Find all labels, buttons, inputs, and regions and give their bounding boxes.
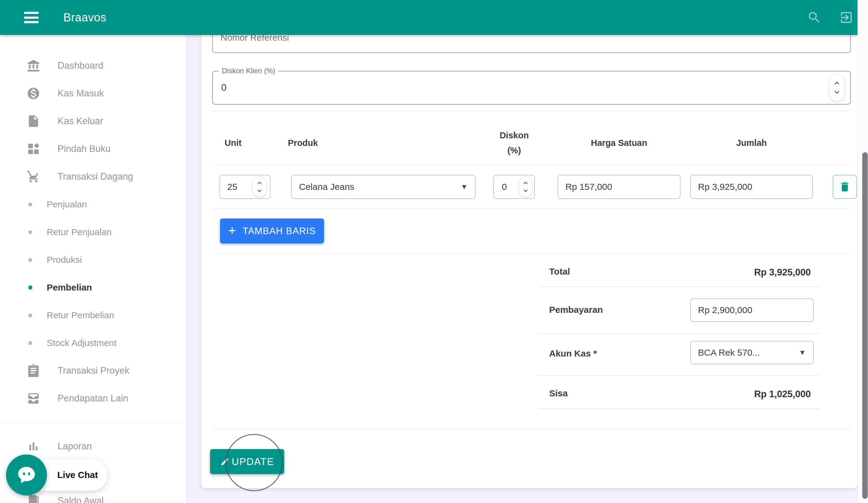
- scrollbar-thumb[interactable]: [862, 152, 868, 499]
- sidebar-item-transaksi-proyek[interactable]: Transaksi Proyek: [0, 357, 186, 384]
- bullet-icon: [28, 230, 32, 234]
- trash-icon: [839, 181, 851, 193]
- produk-select[interactable]: Celana Jeans ▼: [291, 175, 476, 199]
- jumlah-input[interactable]: [691, 175, 812, 198]
- col-header-jumlah: Jumlah: [690, 135, 813, 151]
- sidebar-divider: [0, 422, 186, 423]
- bank-icon: [27, 59, 40, 73]
- document-icon: [27, 114, 40, 128]
- app-header: Braavos: [0, 0, 857, 35]
- col-header-produk: Produk: [288, 135, 318, 151]
- bar-chart-icon: [27, 439, 40, 453]
- sisa-value: Rp 1,025,000: [539, 389, 811, 400]
- chevron-down-icon: [256, 187, 264, 195]
- header-actions: [807, 10, 854, 25]
- live-chat-button[interactable]: [6, 454, 47, 495]
- table-row-diskon-input[interactable]: [493, 175, 535, 199]
- number-stepper[interactable]: [829, 74, 845, 102]
- diskon-klien-label: Diskon Klien (%): [219, 66, 278, 75]
- live-chat-label: Live Chat: [57, 470, 98, 480]
- col-header-unit: Unit: [225, 135, 241, 151]
- sidebar-item-kas-masuk[interactable]: Kas Masuk: [0, 80, 186, 107]
- sidebar-item-retur-penjualan[interactable]: Retur Penjualan: [0, 218, 186, 246]
- akun-kas-value: BCA Rek 570...: [691, 348, 799, 358]
- sidebar-item-stock-adjustment[interactable]: Stock Adjustment: [0, 329, 186, 357]
- divider: [539, 286, 820, 287]
- divider: [212, 253, 851, 254]
- sidebar-item-transaksi-dagang[interactable]: Transaksi Dagang: [0, 163, 186, 191]
- table-row-unit-input[interactable]: [219, 175, 271, 199]
- bullet-icon: [28, 203, 32, 206]
- pembayaran-input[interactable]: [691, 299, 813, 321]
- tambah-baris-button[interactable]: + TAMBAH BARIS: [220, 218, 324, 244]
- diskon-input[interactable]: [494, 175, 515, 198]
- sidebar-item-pendapatan-lain[interactable]: Pendapatan Lain: [0, 384, 186, 412]
- dropdown-arrow-icon: ▼: [461, 183, 475, 191]
- chevron-down-icon: [833, 88, 841, 97]
- divider: [212, 429, 851, 430]
- cart-icon: [27, 170, 40, 184]
- inbox-icon: [27, 391, 40, 406]
- divider: [212, 164, 851, 165]
- chevron-up-icon: [256, 179, 264, 187]
- akun-kas-label: Akun Kas *: [549, 348, 597, 359]
- nomor-referensi-field[interactable]: Nomor Referensi: [212, 35, 851, 53]
- divider: [539, 375, 820, 376]
- divider: [212, 111, 851, 111]
- col-header-diskon: Diskon (%): [493, 128, 535, 158]
- harga-satuan-input-box[interactable]: [558, 175, 681, 199]
- sidebar-item-pembelian[interactable]: Pembelian: [0, 274, 186, 301]
- sidebar-item-kas-keluar[interactable]: Kas Keluar: [0, 107, 186, 135]
- chevron-down-icon: [522, 187, 529, 195]
- jumlah-input-box[interactable]: [690, 175, 813, 199]
- pembelian-form-card: Nomor Referensi Diskon Klien (%) 0 Unit …: [201, 35, 857, 488]
- chevron-up-icon: [833, 79, 841, 88]
- logout-icon[interactable]: [839, 10, 854, 25]
- diskon-klien-field[interactable]: Diskon Klien (%) 0: [212, 71, 851, 105]
- scrollbar-track[interactable]: [857, 0, 868, 503]
- bullet-icon: [28, 341, 32, 345]
- col-header-harga-satuan: Harga Satuan: [558, 135, 681, 151]
- bullet-icon: [28, 314, 32, 317]
- akun-kas-select[interactable]: BCA Rek 570... ▼: [690, 341, 814, 365]
- search-icon[interactable]: [807, 10, 822, 25]
- bullet-icon: [28, 285, 32, 290]
- sidebar-item-penjualan[interactable]: Penjualan: [0, 191, 186, 218]
- update-button[interactable]: UPDATE: [210, 449, 284, 474]
- produk-select-value: Celana Jeans: [292, 182, 461, 192]
- plus-icon: +: [228, 224, 236, 237]
- sidebar-item-dashboard[interactable]: Dashboard: [0, 52, 186, 80]
- number-stepper[interactable]: [252, 177, 267, 197]
- dashboard-grid-icon: [27, 142, 40, 156]
- pembayaran-label: Pembayaran: [549, 305, 603, 315]
- live-chat-widget[interactable]: Live Chat: [6, 454, 108, 497]
- pencil-icon: [220, 457, 229, 466]
- sidebar-item-produksi[interactable]: Produksi: [0, 246, 186, 274]
- clipboard-icon: [27, 364, 40, 378]
- pembayaran-input-box[interactable]: [690, 298, 814, 322]
- bullet-icon: [28, 258, 32, 262]
- sidebar: Dashboard Kas Masuk Kas Keluar Pindah Bu…: [0, 35, 186, 503]
- number-stepper[interactable]: [519, 177, 533, 197]
- total-value: Rp 3,925,000: [539, 267, 811, 278]
- chat-bubble-icon: [15, 463, 38, 486]
- dropdown-arrow-icon: ▼: [799, 348, 813, 357]
- chevron-up-icon: [522, 179, 529, 187]
- harga-satuan-input[interactable]: [558, 175, 680, 198]
- sidebar-item-retur-pembelian[interactable]: Retur Pembelian: [0, 301, 186, 329]
- diskon-klien-value: 0: [221, 82, 226, 93]
- dollar-circle-icon: [27, 86, 40, 100]
- divider: [212, 208, 851, 208]
- menu-icon[interactable]: [24, 12, 39, 23]
- nomor-referensi-label: Nomor Referensi: [220, 35, 289, 43]
- app-title: Braavos: [63, 11, 106, 24]
- delete-row-button[interactable]: [833, 175, 857, 199]
- sidebar-item-pindah-buku[interactable]: Pindah Buku: [0, 135, 186, 163]
- divider: [539, 333, 820, 334]
- divider: [539, 408, 820, 409]
